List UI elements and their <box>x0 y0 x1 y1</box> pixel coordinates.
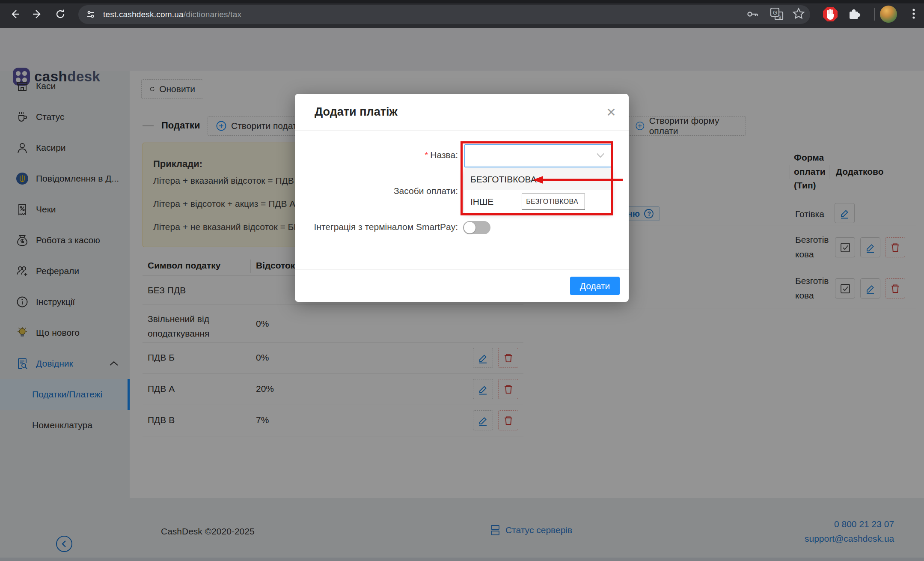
site-info-icon[interactable] <box>84 8 97 21</box>
toolbar-separator <box>874 8 875 21</box>
payment-means-label: Засоби оплати: <box>394 186 458 196</box>
submit-add-button[interactable]: Додати <box>570 277 620 295</box>
screen: test.cashdesk.com.ua/dictionaries/tax G文… <box>0 0 924 561</box>
extensions-puzzle-icon[interactable] <box>847 6 862 22</box>
profile-avatar[interactable] <box>880 6 897 23</box>
url-text: test.cashdesk.com.ua/dictionaries/tax <box>103 10 241 19</box>
translate-icon[interactable]: G文 <box>770 7 784 21</box>
smartpay-label: Інтеграція з терміналом SmartPay: <box>314 222 458 232</box>
modal-header-divider <box>295 130 629 131</box>
back-button[interactable] <box>7 6 23 22</box>
toggle-knob <box>464 222 475 233</box>
add-payment-modal: Додати платіж ✕ *Назва: БЕЗГОТІВКОВА ІНШ… <box>295 94 629 302</box>
forward-button[interactable] <box>29 6 45 22</box>
browser-menu-icon[interactable] <box>906 6 921 21</box>
annotation-red-arrow <box>533 175 623 185</box>
window-frame <box>0 0 924 3</box>
name-field-label: *Назва: <box>425 150 458 160</box>
refresh-button[interactable] <box>52 6 68 22</box>
smartpay-toggle[interactable] <box>463 221 490 234</box>
svg-text:文: 文 <box>778 15 782 20</box>
bookmark-star-icon[interactable] <box>792 7 805 21</box>
url-bar[interactable]: test.cashdesk.com.ua/dictionaries/tax <box>78 5 810 24</box>
close-icon[interactable]: ✕ <box>604 105 618 119</box>
password-key-icon[interactable] <box>746 7 760 21</box>
modal-title: Додати платіж <box>315 105 398 119</box>
modal-footer-divider <box>295 269 629 270</box>
browser-toolbar: test.cashdesk.com.ua/dictionaries/tax G文 <box>0 0 924 28</box>
svg-text:G: G <box>773 9 777 16</box>
adblock-extension-icon[interactable] <box>822 6 839 23</box>
